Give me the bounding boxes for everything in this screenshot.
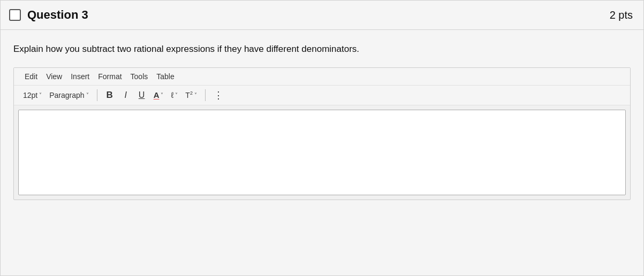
- menu-format[interactable]: Format: [94, 71, 126, 82]
- question-pts: 2 pts: [610, 9, 633, 21]
- paragraph-dropdown[interactable]: Paragraph ˅: [47, 89, 91, 102]
- highlight-chevron-icon: ˅: [175, 92, 178, 98]
- toolbar: 12pt ˅ Paragraph ˅ B I U: [14, 86, 630, 105]
- font-size-dropdown[interactable]: 12pt ˅: [20, 89, 44, 102]
- highlight-label: ℓ: [171, 91, 173, 99]
- superscript-dropdown[interactable]: T2 ˅: [183, 89, 200, 102]
- superscript-chevron-icon: ˅: [194, 92, 197, 98]
- paragraph-chevron-icon: ˅: [86, 92, 89, 98]
- menu-insert[interactable]: Insert: [66, 71, 94, 82]
- font-color-chevron-icon: ˅: [161, 92, 163, 98]
- highlight-btn-icon: ℓ: [171, 91, 173, 99]
- question-header: Question 3 2 pts: [1, 1, 643, 30]
- underline-label: U: [139, 90, 145, 100]
- underline-button[interactable]: U: [135, 89, 149, 102]
- question-title: Question 3: [27, 8, 88, 22]
- font-color-dropdown[interactable]: A ˅: [151, 89, 166, 102]
- bold-label: B: [107, 90, 113, 101]
- superscript-label: T2: [185, 90, 193, 99]
- question-card: Question 3 2 pts Explain how you subtrac…: [0, 0, 644, 276]
- font-size-label: 12pt: [23, 91, 37, 99]
- page-container: Question 3 2 pts Explain how you subtrac…: [0, 0, 644, 276]
- bold-button[interactable]: B: [103, 89, 117, 102]
- font-color-btn-icon: A: [154, 91, 160, 99]
- font-color-label: A: [154, 91, 160, 99]
- toolbar-separator-2: [205, 89, 206, 101]
- question-header-left: Question 3: [9, 8, 88, 22]
- more-options-button[interactable]: ⋮: [211, 89, 226, 102]
- more-options-icon: ⋮: [214, 89, 224, 101]
- menu-view[interactable]: View: [42, 71, 66, 82]
- italic-button[interactable]: I: [119, 89, 133, 102]
- editor-wrapper: Edit View Insert Format Tools Table 12pt…: [13, 67, 631, 200]
- paragraph-label: Paragraph: [49, 91, 84, 99]
- menu-table[interactable]: Table: [152, 71, 178, 82]
- editor-content-area[interactable]: [18, 110, 626, 195]
- question-body: Explain how you subtract two rational ex…: [1, 30, 643, 200]
- question-checkbox[interactable]: [9, 9, 21, 21]
- menu-bar: Edit View Insert Format Tools Table: [14, 68, 630, 86]
- menu-edit[interactable]: Edit: [20, 71, 42, 82]
- menu-tools[interactable]: Tools: [126, 71, 153, 82]
- highlight-dropdown[interactable]: ℓ ˅: [168, 89, 180, 102]
- italic-label: I: [124, 90, 126, 100]
- question-text: Explain how you subtract two rational ex…: [13, 43, 631, 56]
- font-size-chevron-icon: ˅: [39, 92, 42, 98]
- toolbar-separator-1: [97, 89, 97, 101]
